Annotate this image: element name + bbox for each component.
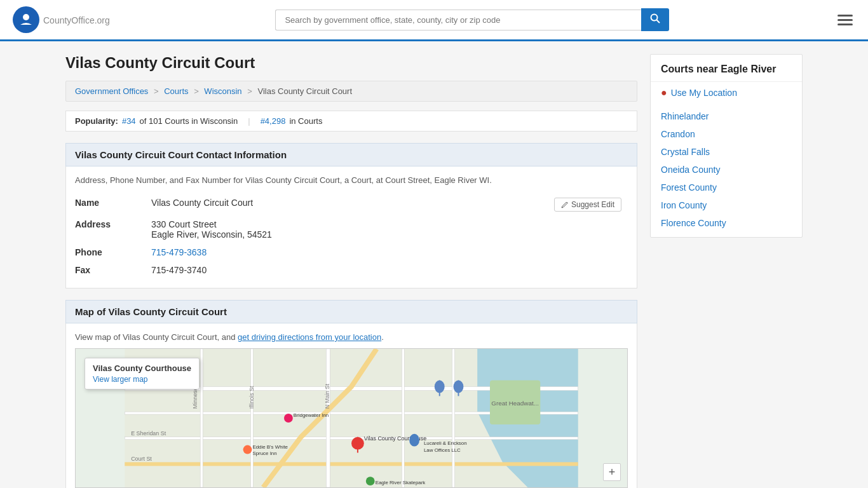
phone-row: Phone 715-479-3638 xyxy=(75,243,628,261)
logo-name: CountyOffice xyxy=(43,15,95,25)
breadcrumb-sep-3: > xyxy=(247,86,252,96)
list-item: Florence County xyxy=(651,214,802,232)
menu-line-2 xyxy=(837,19,853,21)
menu-button[interactable] xyxy=(835,12,855,28)
svg-text:Law Offices LLC: Law Offices LLC xyxy=(424,447,461,453)
popularity-overall-rank: #4,298 xyxy=(261,116,286,126)
sidebar-link-oneida-county[interactable]: Oneida County xyxy=(651,161,802,179)
name-row: Name Vilas County Circuit Court Suggest … xyxy=(75,194,628,215)
svg-text:Lucareli & Erickson: Lucareli & Erickson xyxy=(424,440,467,446)
sidebar-link-crystal-falls[interactable]: Crystal Falls xyxy=(651,143,802,161)
page-title: Vilas County Circuit Court xyxy=(65,54,637,72)
svg-text:Eddie B's White: Eddie B's White xyxy=(252,444,288,450)
contact-info-table: Name Vilas County Circuit Court Suggest … xyxy=(75,194,628,279)
breadcrumb-sep-2: > xyxy=(194,86,199,96)
menu-line-3 xyxy=(837,24,853,25)
suggest-edit-label: Suggest Edit xyxy=(571,200,614,209)
sidebar-link-rhinelander[interactable]: Rhinelander xyxy=(651,107,802,125)
sidebar-box: Courts near Eagle River ● Use My Locatio… xyxy=(650,54,803,238)
site-header: CountyOffice.org xyxy=(0,0,868,41)
breadcrumb-sep-1: > xyxy=(154,86,159,96)
sidebar-title: Courts near Eagle River xyxy=(651,55,802,82)
name-value-text: Vilas County Circuit Court xyxy=(151,198,253,208)
breadcrumb-link-gov-offices[interactable]: Government Offices xyxy=(75,86,148,96)
address-line2: Eagle River, Wisconsin, 54521 xyxy=(151,229,621,240)
name-label: Name xyxy=(75,194,151,215)
phone-value: 715-479-3638 xyxy=(151,243,628,261)
map-view-larger-link[interactable]: View larger map xyxy=(93,375,147,384)
map-section-content: View map of Vilas County Circuit Court, … xyxy=(65,323,637,488)
list-item: Crystal Falls xyxy=(651,143,802,161)
popularity-label: Popularity: xyxy=(75,116,118,126)
svg-text:N Main St: N Main St xyxy=(324,384,330,409)
svg-text:Spruce Inn: Spruce Inn xyxy=(252,451,276,456)
breadcrumb: Government Offices > Courts > Wisconsin … xyxy=(65,81,637,102)
map-directions-link[interactable]: get driving directions from your locatio… xyxy=(238,332,381,342)
breadcrumb-current: Vilas County Circuit Court xyxy=(257,86,352,96)
svg-text:Eagle River Skatepark: Eagle River Skatepark xyxy=(376,480,426,485)
contact-description: Address, Phone Number, and Fax Number fo… xyxy=(75,175,628,185)
address-value: 330 Court Street Eagle River, Wisconsin,… xyxy=(151,215,628,243)
search-input[interactable] xyxy=(275,10,641,30)
phone-link[interactable]: 715-479-3638 xyxy=(151,247,207,257)
sidebar-link-crandon[interactable]: Crandon xyxy=(651,125,802,143)
list-item: Oneida County xyxy=(651,161,802,179)
svg-text:Court St: Court St xyxy=(131,456,152,462)
contact-section-header: Vilas County Circuit Court Contact Infor… xyxy=(65,143,637,166)
svg-point-23 xyxy=(284,414,293,423)
sidebar-link-florence-county[interactable]: Florence County xyxy=(651,214,802,232)
list-item: Forest County xyxy=(651,179,802,196)
svg-rect-9 xyxy=(200,349,203,487)
list-item: Crandon xyxy=(651,125,802,143)
svg-rect-10 xyxy=(250,349,253,487)
svg-rect-8 xyxy=(125,462,578,466)
map-zoom-plus[interactable]: + xyxy=(603,463,621,481)
map-container: Great Headwat... Vilas County Courthouse… xyxy=(75,348,628,488)
map-desc-post: . xyxy=(381,332,384,342)
map-popup: Vilas County Courthouse View larger map xyxy=(85,358,200,390)
fax-row: Fax 715-479-3740 xyxy=(75,261,628,279)
phone-label: Phone xyxy=(75,243,151,261)
breadcrumb-link-wisconsin[interactable]: Wisconsin xyxy=(204,86,241,96)
svg-line-3 xyxy=(657,20,660,24)
svg-rect-7 xyxy=(125,437,578,440)
use-location-link[interactable]: Use My Location xyxy=(671,88,737,98)
suggest-edit-button[interactable]: Suggest Edit xyxy=(554,198,621,212)
address-line1: 330 Court Street xyxy=(151,219,621,229)
map-section-header: Map of Vilas County Circuit Court xyxy=(65,300,637,323)
address-row: Address 330 Court Street Eagle River, Wi… xyxy=(75,215,628,243)
sidebar-link-iron-county[interactable]: Iron County xyxy=(651,196,802,214)
svg-text:Great Headwat...: Great Headwat... xyxy=(491,400,539,407)
svg-text:Illinois St: Illinois St xyxy=(248,386,255,409)
svg-text:E Sheridan St: E Sheridan St xyxy=(131,430,166,437)
search-area xyxy=(275,8,669,31)
popularity-bar: Popularity: #34 of 101 Courts in Wiscons… xyxy=(65,111,637,132)
location-pin-icon: ● xyxy=(661,87,667,98)
logo-tld: .org xyxy=(95,15,110,25)
list-item: Iron County xyxy=(651,196,802,214)
sidebar-nearby-list: Rhinelander Crandon Crystal Falls Oneida… xyxy=(651,102,802,237)
svg-text:Bridgewater Inn: Bridgewater Inn xyxy=(294,412,329,418)
menu-line-1 xyxy=(837,15,853,17)
fax-label: Fax xyxy=(75,261,151,279)
address-label: Address xyxy=(75,215,151,243)
breadcrumb-link-courts[interactable]: Courts xyxy=(164,86,188,96)
popularity-overall-context: in Courts xyxy=(289,116,322,126)
main-container: Vilas County Circuit Court Government Of… xyxy=(53,41,815,488)
popularity-rank-context: of 101 Courts in Wisconsin xyxy=(140,116,238,126)
use-location-row: ● Use My Location xyxy=(651,82,802,102)
map-description: View map of Vilas County Circuit Court, … xyxy=(75,332,628,342)
search-button[interactable] xyxy=(641,8,669,31)
logo-icon xyxy=(13,6,39,33)
fax-value: 715-479-3740 xyxy=(151,261,628,279)
sidebar-link-forest-county[interactable]: Forest County xyxy=(651,179,802,196)
sidebar: Courts near Eagle River ● Use My Locatio… xyxy=(650,54,803,488)
name-value: Vilas County Circuit Court Suggest Edit xyxy=(151,194,628,215)
popularity-separator: | xyxy=(248,116,250,126)
svg-point-34 xyxy=(366,477,375,485)
content-area: Vilas County Circuit Court Government Of… xyxy=(65,54,637,488)
popularity-rank: #34 xyxy=(122,116,136,126)
svg-rect-13 xyxy=(452,349,455,487)
svg-point-2 xyxy=(651,15,658,21)
map-desc-pre: View map of Vilas County Circuit Court, … xyxy=(75,332,238,342)
